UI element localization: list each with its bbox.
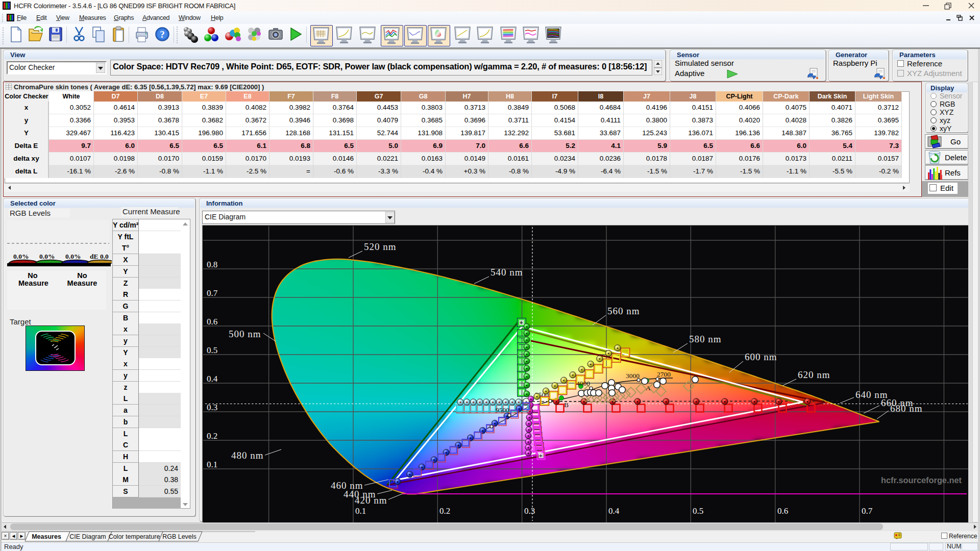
svg-text:540 nm: 540 nm <box>491 267 523 278</box>
svg-text:0.1: 0.1 <box>355 506 366 516</box>
svg-text:0.5: 0.5 <box>207 345 217 355</box>
svg-text:Color temperature: Color temperature <box>109 533 160 540</box>
svg-text:680 nm: 680 nm <box>890 403 923 414</box>
svg-text:0.7: 0.7 <box>207 288 218 298</box>
svg-text:0.2: 0.2 <box>439 506 450 516</box>
svg-text:560 nm: 560 nm <box>607 306 640 316</box>
svg-text:0.3: 0.3 <box>207 403 217 412</box>
svg-text:CIE Diagram: CIE Diagram <box>69 533 106 540</box>
svg-text:480 nm: 480 nm <box>231 450 264 461</box>
svg-text:A: A <box>646 384 651 392</box>
svg-text:420 nm: 420 nm <box>355 495 387 506</box>
svg-text:620 nm: 620 nm <box>798 369 830 380</box>
svg-text:0.6: 0.6 <box>777 506 788 516</box>
svg-text:0.7: 0.7 <box>862 506 873 516</box>
svg-text:0.6: 0.6 <box>207 317 217 327</box>
svg-text:+: + <box>520 319 523 325</box>
svg-text:4000: 4000 <box>576 380 590 387</box>
svg-text:0.3: 0.3 <box>524 506 535 516</box>
svg-text:B: B <box>564 401 569 409</box>
svg-text:3000: 3000 <box>626 372 640 380</box>
svg-text:RGB Levels: RGB Levels <box>162 533 197 540</box>
svg-text:580 nm: 580 nm <box>689 334 722 344</box>
svg-text:500 nm: 500 nm <box>229 329 261 339</box>
svg-text:0.4: 0.4 <box>207 374 218 384</box>
svg-text:0.8: 0.8 <box>207 260 217 269</box>
svg-text:0.1: 0.1 <box>207 460 217 469</box>
svg-text:Measures: Measures <box>32 533 61 540</box>
svg-text:0.2: 0.2 <box>207 431 217 441</box>
svg-text:+: + <box>539 453 542 459</box>
svg-text:0.5: 0.5 <box>693 506 703 516</box>
svg-text:hcfr.sourceforge.net: hcfr.sourceforge.net <box>881 476 962 485</box>
svg-text:9500: 9500 <box>496 406 509 414</box>
svg-text:520 nm: 520 nm <box>364 241 397 252</box>
svg-text:2700: 2700 <box>657 370 671 378</box>
svg-text:?: ? <box>160 29 165 40</box>
svg-text:600 nm: 600 nm <box>745 352 777 362</box>
svg-text:0.4: 0.4 <box>608 506 620 516</box>
